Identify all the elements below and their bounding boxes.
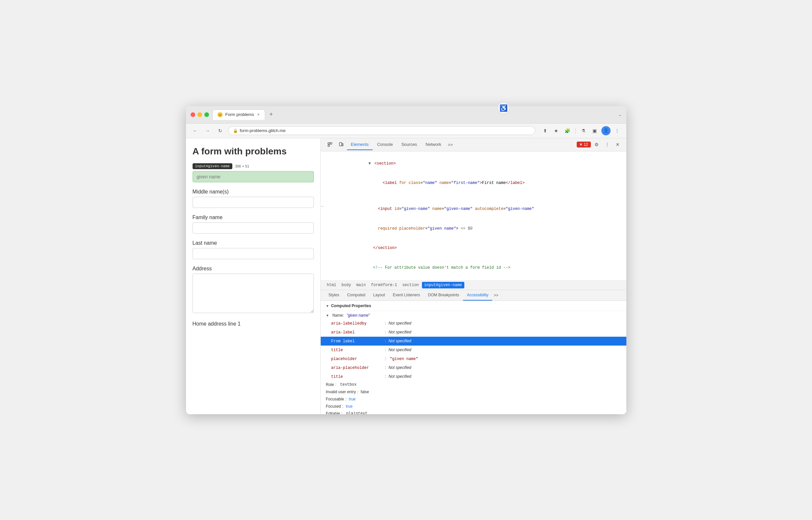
- invalid-label: Invalid user entry: [326, 390, 356, 394]
- html-line-1: ▼ <section>: [321, 154, 626, 174]
- focused-label: Focused: [326, 404, 341, 409]
- devtools-more-button[interactable]: ⋮: [603, 140, 612, 149]
- breadcrumb-section[interactable]: section: [400, 282, 421, 288]
- tab-computed[interactable]: Computed: [343, 290, 369, 301]
- svg-rect-1: [330, 142, 332, 144]
- prop-sep-3: :: [385, 338, 386, 344]
- prop-name-from-label: From label: [331, 338, 384, 344]
- extensions-icon[interactable]: 🧩: [563, 126, 572, 135]
- close-button[interactable]: [191, 112, 195, 117]
- element-picker-icon[interactable]: [325, 139, 335, 150]
- tab-elements[interactable]: Elements: [347, 139, 373, 150]
- prop-sep-7: :: [385, 373, 386, 380]
- editable-label: Editable: [326, 411, 340, 414]
- prop-title-1: title : Not specified: [321, 345, 626, 355]
- devtools-header-right: ✕ 12 ⚙ ⋮ ×: [577, 140, 622, 149]
- name-expand[interactable]: ▼ Name: "given name": [326, 313, 621, 318]
- prop-value-from-label: Not specified: [387, 338, 411, 344]
- middle-name-input[interactable]: [193, 197, 314, 208]
- html-line-4: required placeholder="given name"> == $0: [321, 219, 626, 238]
- prop-from-label[interactable]: From label : Not specified: [321, 337, 626, 345]
- tab-close-icon[interactable]: ×: [257, 112, 260, 118]
- profile-icon[interactable]: 👤: [601, 126, 611, 135]
- refresh-button[interactable]: ↻: [215, 126, 225, 135]
- svg-rect-0: [328, 142, 330, 144]
- devtools-tabs-more[interactable]: >>: [446, 139, 455, 150]
- tab-console[interactable]: Console: [373, 139, 397, 150]
- tab-layout[interactable]: Layout: [370, 290, 389, 301]
- focusable-label: Focusable: [326, 397, 344, 401]
- devtools-close-button[interactable]: ×: [613, 140, 623, 149]
- prop-sep-5: :: [385, 356, 386, 362]
- tab-styles[interactable]: Styles: [325, 290, 344, 301]
- breadcrumb-html[interactable]: html: [325, 282, 339, 288]
- labs-icon[interactable]: ⚗: [579, 126, 588, 135]
- html-line-2: <label for class="name" name="first-name…: [321, 174, 626, 193]
- address-group: Address: [193, 266, 314, 314]
- role-value: textbox: [338, 382, 357, 387]
- browser-window: 😐 Form problems × + ⌄ ← → ↻ 🔒 form-probl…: [186, 106, 626, 414]
- tab-network[interactable]: Network: [422, 139, 445, 150]
- html-line-6: <!-- For attribute value doesn't match a…: [321, 258, 626, 278]
- tab-sources[interactable]: Sources: [397, 139, 421, 150]
- prop-aria-placeholder: aria-placeholder : Not specified: [321, 363, 626, 372]
- devtools-header-tabs: Elements Console Sources Network >> ✕ 12…: [321, 138, 626, 151]
- breadcrumb-main[interactable]: main: [354, 282, 368, 288]
- middle-name-group: Middle name(s): [193, 189, 314, 208]
- back-button[interactable]: ←: [191, 126, 200, 135]
- share-icon[interactable]: ⬆: [540, 126, 550, 135]
- tooltip-size: 306 × 51: [235, 164, 249, 168]
- device-toolbar-icon[interactable]: [336, 139, 346, 150]
- error-badge[interactable]: ✕ 12: [577, 141, 590, 148]
- maximize-button[interactable]: [204, 112, 209, 117]
- focusable-sep: :: [346, 397, 346, 401]
- sidebar-icon[interactable]: ▣: [590, 126, 600, 135]
- forward-button[interactable]: →: [203, 126, 212, 135]
- breadcrumb-form[interactable]: form#form-1: [369, 282, 399, 288]
- invalid-sep: :: [357, 390, 358, 394]
- address-field[interactable]: 🔒 form-problems.glitch.me: [228, 126, 535, 135]
- props-tabs-more[interactable]: >>: [492, 290, 500, 300]
- last-name-group: Last name: [193, 240, 314, 259]
- html-source: ▼ <section> <label for class="name" name…: [321, 151, 626, 281]
- accessibility-floating-icon[interactable]: ♿: [497, 106, 510, 115]
- minimize-button[interactable]: [198, 112, 202, 117]
- more-icon[interactable]: ⋮: [612, 126, 622, 135]
- editable-value: plaintext: [344, 411, 367, 414]
- devtools-settings-button[interactable]: ⚙: [592, 140, 601, 149]
- address-textarea[interactable]: [193, 274, 314, 313]
- svg-rect-2: [328, 145, 330, 147]
- prop-focused: Focused : true: [321, 403, 626, 410]
- ellipsis-button[interactable]: …: [321, 203, 324, 209]
- prop-sep-6: :: [385, 365, 386, 370]
- computed-properties-header[interactable]: ▼ Computed Properties: [321, 301, 626, 311]
- traffic-lights: [191, 112, 209, 117]
- tab-event-listeners[interactable]: Event Listeners: [389, 290, 424, 301]
- last-name-input[interactable]: [193, 248, 314, 259]
- svg-rect-4: [342, 144, 343, 146]
- prop-value-placeholder: "given name": [387, 356, 418, 362]
- given-name-input[interactable]: [193, 171, 314, 182]
- prop-focusable: Focusable : true: [321, 395, 626, 403]
- url-text: form-problems.glitch.me: [240, 128, 285, 133]
- prop-invalid: Invalid user entry : false: [321, 388, 626, 395]
- tab-favicon-icon: 😐: [217, 112, 223, 117]
- new-tab-button[interactable]: +: [267, 110, 276, 119]
- tab-bar: 😐 Form problems × +: [212, 109, 615, 120]
- tab-accessibility[interactable]: Accessibility: [463, 290, 492, 301]
- expand-arrow[interactable]: ▼: [369, 161, 371, 166]
- bookmark-icon[interactable]: ★: [552, 126, 561, 135]
- invalid-value: false: [359, 390, 369, 394]
- breadcrumb-input[interactable]: input#given-name: [422, 282, 464, 288]
- active-tab[interactable]: 😐 Form problems ×: [212, 109, 265, 120]
- family-name-input[interactable]: [193, 223, 314, 234]
- middle-name-label: Middle name(s): [193, 189, 314, 195]
- tab-dropdown-icon[interactable]: ⌄: [618, 112, 622, 117]
- error-icon: ✕: [579, 142, 582, 147]
- tab-dom-breakpoints[interactable]: DOM Breakpoints: [424, 290, 463, 301]
- name-key: Name:: [332, 313, 344, 318]
- family-name-label: Family name: [193, 214, 314, 220]
- prop-value-title-1: Not specified: [387, 347, 411, 353]
- breadcrumb-body[interactable]: body: [339, 282, 353, 288]
- prop-value-aria-labelledby: Not specified: [387, 320, 411, 326]
